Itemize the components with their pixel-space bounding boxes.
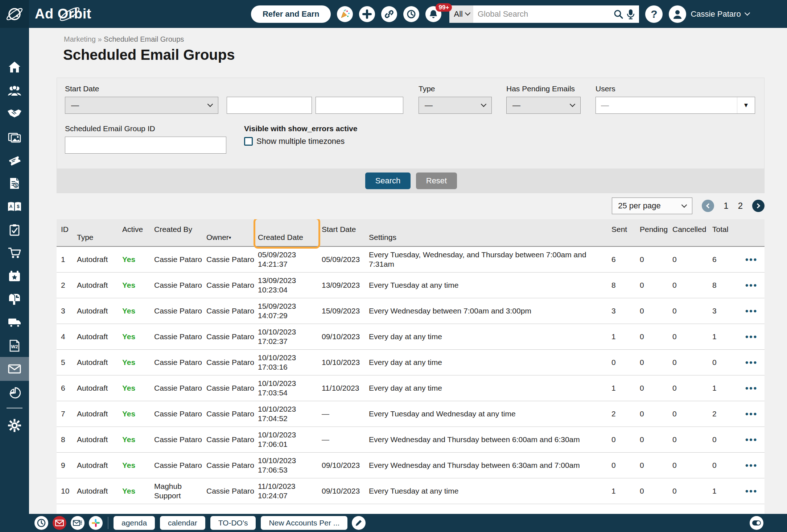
sidebar-item-ledger[interactable]: A $ <box>0 195 29 218</box>
row-actions-button[interactable]: ••• <box>745 409 758 419</box>
calendar-button[interactable]: calendar <box>160 516 205 530</box>
col-owner[interactable]: Owner▾ <box>203 219 255 246</box>
cell-cancelled: 0 <box>669 358 709 367</box>
search-input[interactable] <box>473 9 613 19</box>
cell-type: Autodraft <box>74 280 119 290</box>
group-id-input[interactable] <box>65 137 226 154</box>
row-actions-button[interactable]: ••• <box>745 435 758 444</box>
sidebar-item-home[interactable] <box>0 56 29 78</box>
timezones-checkbox[interactable] <box>244 137 253 146</box>
cell-owner: Cassie Pataro <box>203 461 255 470</box>
start-date-to-input[interactable] <box>316 97 428 113</box>
table-row: 6 Autodraft Yes Cassie Pataro Cassie Pat… <box>57 375 765 401</box>
email-icon <box>8 364 21 374</box>
has-pending-emails-select[interactable]: — <box>506 97 581 114</box>
sidebar-item-orders[interactable] <box>0 242 29 264</box>
row-actions-button[interactable]: ••• <box>745 306 758 316</box>
sidebar-item-mailbox[interactable] <box>0 288 29 311</box>
col-type[interactable]: Type <box>74 219 119 246</box>
sidebar-item-tasks[interactable] <box>0 219 29 241</box>
cell-id: 2 <box>57 280 74 290</box>
cell-start-date: 09/10/2023 <box>319 332 366 341</box>
per-page-select[interactable]: 25 per page <box>612 198 692 214</box>
col-cancelled[interactable]: Cancelled <box>669 219 709 246</box>
new-accounts-button[interactable]: New Accounts Per ... <box>261 516 347 530</box>
type-select[interactable]: — <box>419 97 492 114</box>
links-button[interactable] <box>381 6 397 22</box>
sidebar-item-tickets[interactable] <box>0 149 29 171</box>
col-pending[interactable]: Pending <box>637 219 669 246</box>
sidebar-item-reports[interactable] <box>0 382 29 404</box>
edit-shortcuts-button[interactable] <box>352 516 366 530</box>
mail-alert-button[interactable] <box>53 516 66 530</box>
todos-button[interactable]: TO-DO's <box>210 516 256 530</box>
sidebar-item-email[interactable] <box>0 357 29 381</box>
refer-and-earn-button[interactable]: Refer and Earn <box>251 5 331 23</box>
search-scope-select[interactable]: All <box>449 5 473 23</box>
cell-sent: 2 <box>609 409 637 419</box>
sidebar-item-settings[interactable] <box>0 414 29 437</box>
bottom-toggle-button[interactable] <box>750 516 763 530</box>
filter-button-strip: Search Reset <box>57 169 764 193</box>
slack-button[interactable] <box>89 516 103 530</box>
cell-settings: Every day at any time <box>366 383 609 393</box>
prev-page-button[interactable] <box>702 200 714 212</box>
col-created-date[interactable]: Created Date <box>255 219 319 246</box>
user-menu[interactable]: Cassie Pataro <box>691 9 741 19</box>
microphone-icon[interactable] <box>626 9 635 20</box>
sidebar-item-w2[interactable]: W2 <box>0 334 29 357</box>
sidebar-item-invoices[interactable]: $ <box>0 172 29 195</box>
newsletter-button[interactable] <box>71 516 85 530</box>
agenda-button[interactable]: agenda <box>114 516 155 530</box>
users-select[interactable]: — ▼ <box>596 97 755 114</box>
cell-start-date: 09/10/2023 <box>319 461 366 470</box>
page-number-1[interactable]: 1 <box>724 201 728 211</box>
breadcrumb-marketing[interactable]: Marketing <box>64 35 96 43</box>
sidebar-item-partners[interactable] <box>0 103 29 125</box>
sidebar-item-contacts[interactable] <box>0 79 29 102</box>
row-actions-button[interactable]: ••• <box>745 486 758 496</box>
row-actions-button[interactable]: ••• <box>745 254 758 264</box>
avatar[interactable] <box>669 5 686 23</box>
next-page-button[interactable] <box>752 200 765 212</box>
col-active[interactable]: Active <box>119 219 151 246</box>
col-id[interactable]: ID <box>57 219 74 246</box>
created-time-value: 17:04:52 <box>258 414 319 423</box>
cell-pending: 0 <box>637 435 669 444</box>
cell-sent: 3 <box>609 306 637 316</box>
sidebar-item-delivery[interactable] <box>0 311 29 334</box>
cell-sent: 1 <box>609 383 637 393</box>
row-actions-button[interactable]: ••• <box>745 383 758 393</box>
cell-type: Autodraft <box>74 332 119 341</box>
search-button[interactable]: Search <box>365 173 411 189</box>
col-start-date[interactable]: Start Date <box>319 219 366 246</box>
col-total[interactable]: Total <box>709 219 738 246</box>
created-date-value: 10/10/2023 <box>258 327 319 337</box>
help-button[interactable]: ? <box>645 5 663 23</box>
user-chevron-down-icon[interactable] <box>744 10 750 16</box>
cell-cancelled: 0 <box>669 486 709 496</box>
row-actions-button[interactable]: ••• <box>745 280 758 290</box>
row-actions-button[interactable]: ••• <box>745 357 758 367</box>
history-button[interactable] <box>403 6 419 22</box>
row-actions-button[interactable]: ••• <box>745 332 758 341</box>
start-date-select[interactable]: — <box>65 97 218 114</box>
reset-button[interactable]: Reset <box>416 173 457 189</box>
search-icon[interactable] <box>613 9 624 20</box>
page-number-2[interactable]: 2 <box>738 201 743 211</box>
col-created-by[interactable]: Created By <box>151 219 203 246</box>
col-settings[interactable]: Settings <box>366 219 609 246</box>
cell-created-by: Cassie Pataro <box>151 306 203 316</box>
whats-new-button[interactable] <box>337 6 353 22</box>
cell-active: Yes <box>119 486 151 496</box>
quick-add-button[interactable] <box>359 6 375 22</box>
sidebar-item-media[interactable] <box>0 126 29 148</box>
sidebar-item-events[interactable] <box>0 265 29 287</box>
col-sent[interactable]: Sent <box>609 219 637 246</box>
notifications-button[interactable]: 99+ <box>425 6 441 22</box>
app-logo[interactable] <box>0 0 29 28</box>
cell-start-date: 10/10/2023 <box>319 358 366 367</box>
cell-sent: 0 <box>609 461 637 470</box>
row-actions-button[interactable]: ••• <box>745 460 758 470</box>
time-tracker-button[interactable] <box>34 516 48 530</box>
